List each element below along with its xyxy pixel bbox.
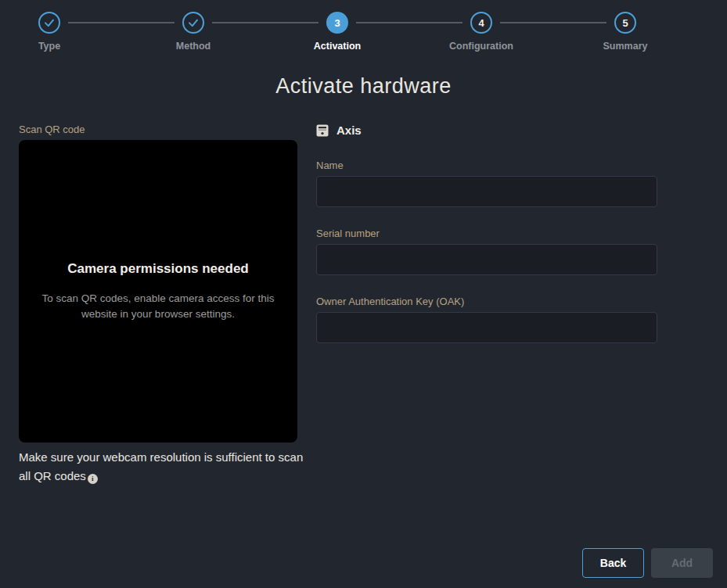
serial-number-label: Serial number (316, 228, 657, 239)
check-icon (185, 15, 201, 30)
step-label: Method (176, 41, 211, 52)
stepper-step-activation: 3 Activation (265, 12, 409, 52)
stepper-step-type[interactable]: Type (0, 12, 121, 52)
back-button[interactable]: Back (582, 548, 644, 578)
main-content: Scan QR code Camera permissions needed T… (0, 124, 727, 486)
step-label: Summary (603, 41, 648, 52)
webcam-resolution-note-text: Make sure your webcam resolution is suff… (19, 450, 303, 482)
page-title: Activate hardware (0, 74, 727, 99)
wizard-footer: Back Add (582, 548, 713, 578)
device-icon (316, 124, 329, 137)
name-label: Name (316, 160, 657, 171)
vendor-name: Axis (337, 124, 362, 137)
step-label: Activation (314, 41, 361, 52)
info-icon[interactable]: i (88, 474, 98, 484)
stepper-step-summary: 5 Summary (553, 12, 697, 52)
qr-scan-section: Scan QR code Camera permissions needed T… (19, 124, 297, 486)
form-field-oak: Owner Authentication Key (OAK) (316, 296, 657, 343)
camera-preview-area: Camera permissions needed To scan QR cod… (19, 140, 297, 443)
scan-qr-label: Scan QR code (19, 124, 297, 135)
step-circle: 5 (614, 12, 636, 34)
form-field-serial-number: Serial number (316, 228, 657, 275)
step-circle: 4 (470, 12, 492, 34)
form-field-name: Name (316, 160, 657, 207)
step-label: Configuration (449, 41, 513, 52)
add-button[interactable]: Add (651, 548, 713, 578)
vendor-header: Axis (316, 124, 657, 137)
wizard-stepper: Type Method 3 Activation 4 Configuration… (0, 12, 697, 52)
step-circle (38, 12, 60, 34)
step-label: Type (38, 41, 60, 52)
step-circle (182, 12, 204, 34)
name-input[interactable] (316, 176, 657, 207)
device-form-section: Axis Name Serial number Owner Authentica… (316, 124, 657, 486)
stepper-step-configuration: 4 Configuration (409, 12, 553, 52)
oak-label: Owner Authentication Key (OAK) (316, 296, 657, 307)
stepper-step-method[interactable]: Method (121, 12, 265, 52)
check-icon (41, 15, 57, 30)
oak-input[interactable] (316, 312, 657, 343)
camera-permissions-message: To scan QR codes, enable camera access f… (41, 291, 275, 322)
camera-permissions-title: Camera permissions needed (67, 261, 248, 277)
serial-number-input[interactable] (316, 244, 657, 275)
webcam-resolution-note: Make sure your webcam resolution is suff… (19, 448, 310, 486)
step-circle: 3 (326, 12, 348, 34)
